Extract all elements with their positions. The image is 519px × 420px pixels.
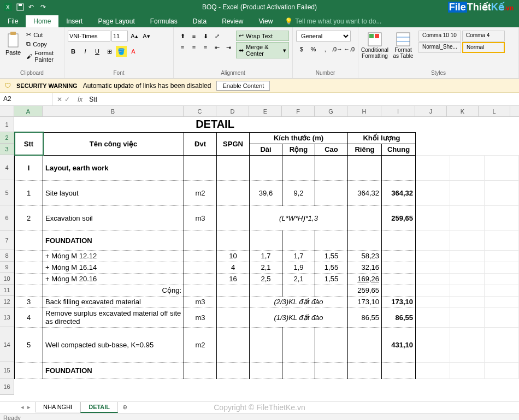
decrease-indent-button[interactable]: ⇤ xyxy=(211,42,222,53)
cell-style-1[interactable]: Comma 10 10 xyxy=(418,31,461,42)
sheet-tab-nha-nghi[interactable]: NHA NGHI xyxy=(35,402,80,412)
column-header-I[interactable]: I xyxy=(381,106,415,116)
font-color-button[interactable]: A xyxy=(128,46,139,57)
align-bottom-button[interactable]: ⬇ xyxy=(200,31,211,42)
increase-font-button[interactable]: A▴ xyxy=(129,31,140,42)
tab-formulas[interactable]: Formulas xyxy=(143,15,185,27)
column-header-H[interactable]: H xyxy=(347,106,381,116)
formula-input[interactable] xyxy=(86,93,519,105)
copy-button[interactable]: ⧉Copy xyxy=(25,40,61,48)
row-header-14[interactable]: 14 xyxy=(0,327,14,362)
tab-insert[interactable]: Insert xyxy=(58,15,90,27)
security-warning-bar: 🛡 SECURITY WARNING Automatic update of l… xyxy=(0,79,519,93)
align-top-button[interactable]: ⬆ xyxy=(177,31,188,42)
spreadsheet-grid[interactable]: ABCDEFGHIJKL 12345678910111213141516 DET… xyxy=(0,106,519,401)
number-format-select[interactable]: General xyxy=(296,31,351,42)
cell-style-2[interactable]: Comma 4 xyxy=(462,31,505,42)
row-header-6[interactable]: 6 xyxy=(0,205,14,230)
brush-icon: 🖌 xyxy=(26,53,32,60)
border-button[interactable]: ⊞ xyxy=(104,46,115,57)
merge-center-button[interactable]: ⬌Merge & Center▾ xyxy=(236,42,289,58)
tab-data[interactable]: Data xyxy=(185,15,214,27)
tab-page-layout[interactable]: Page Layout xyxy=(90,15,142,27)
row-header-10[interactable]: 10 xyxy=(0,273,14,285)
fill-color-button[interactable]: 🪣 xyxy=(116,46,127,57)
cell-style-3[interactable]: Normal_She... xyxy=(418,42,461,53)
column-header-L[interactable]: L xyxy=(479,106,510,116)
tab-view[interactable]: View xyxy=(251,15,281,27)
group-styles: Conditional Formatting Format as Table C… xyxy=(358,27,519,78)
prev-sheet-icon[interactable]: ◂ xyxy=(21,404,24,411)
column-header-D[interactable]: D xyxy=(216,106,249,116)
cancel-icon[interactable]: ✕ xyxy=(57,96,62,103)
column-header-K[interactable]: K xyxy=(447,106,479,116)
font-size-select[interactable] xyxy=(111,31,128,42)
row-header-13[interactable]: 13 xyxy=(0,307,14,327)
decrease-font-button[interactable]: A▾ xyxy=(141,31,152,42)
group-number: General $ % , .0→ ←.0 Number xyxy=(293,27,358,78)
column-header-E[interactable]: E xyxy=(249,106,282,116)
tab-file[interactable]: File xyxy=(0,15,26,27)
copy-icon: ⧉ xyxy=(26,40,31,48)
group-font: A▴ A▾ B I U ⊞ 🪣 A Font xyxy=(64,27,174,78)
decrease-decimal-button[interactable]: ←.0 xyxy=(344,44,355,55)
column-header-G[interactable]: G xyxy=(315,106,347,116)
underline-button[interactable]: U xyxy=(92,46,103,57)
paste-button[interactable]: Paste xyxy=(3,31,23,57)
format-as-table-button[interactable]: Format as Table xyxy=(390,31,416,60)
row-header-1[interactable]: 1 xyxy=(0,117,14,132)
next-sheet-icon[interactable]: ▸ xyxy=(27,404,31,411)
enable-content-button[interactable]: Enable Content xyxy=(216,81,270,91)
select-all-corner[interactable] xyxy=(0,106,14,116)
column-header-A[interactable]: A xyxy=(14,106,43,116)
row-header-15[interactable]: 15 xyxy=(0,362,14,378)
sheet-tab-detail[interactable]: DETAIL xyxy=(80,402,118,413)
tab-home[interactable]: Home xyxy=(26,15,58,27)
format-painter-button[interactable]: 🖌Format Painter xyxy=(25,49,61,63)
tab-review[interactable]: Review xyxy=(214,15,251,27)
percent-format-button[interactable]: % xyxy=(308,44,319,55)
redo-icon[interactable]: ↷ xyxy=(40,3,48,11)
cut-button[interactable]: ✂Cut xyxy=(25,31,61,39)
column-header-J[interactable]: J xyxy=(415,106,447,116)
align-right-button[interactable]: ≡ xyxy=(200,42,211,53)
name-box[interactable] xyxy=(0,93,52,106)
comma-format-button[interactable]: , xyxy=(320,44,331,55)
row-header-8[interactable]: 8 xyxy=(0,250,14,262)
copyright-watermark: Copyright © FileThietKe.vn xyxy=(214,403,305,412)
cell-style-4[interactable]: Normal xyxy=(462,42,505,53)
row-header-9[interactable]: 9 xyxy=(0,262,14,273)
orientation-button[interactable]: ⤢ xyxy=(211,31,222,42)
bold-button[interactable]: B xyxy=(68,46,79,57)
row-header-11[interactable]: 11 xyxy=(0,285,14,296)
align-middle-button[interactable]: ≡ xyxy=(188,31,199,42)
row-header-12[interactable]: 12 xyxy=(0,296,14,307)
increase-indent-button[interactable]: ⇥ xyxy=(223,42,234,53)
column-header-C[interactable]: C xyxy=(184,106,216,116)
align-left-button[interactable]: ≡ xyxy=(177,42,188,53)
group-alignment: ⬆ ≡ ⬇ ⤢ ≡ ≡ ≡ ⇤ ⇥ ↩Wrap Text ⬌Merge & Ce… xyxy=(174,27,293,78)
row-header-16[interactable]: 16 xyxy=(0,378,14,395)
undo-icon[interactable]: ↶ xyxy=(28,3,36,11)
row-header-3[interactable]: 3 xyxy=(0,144,14,155)
add-sheet-button[interactable]: ⊕ xyxy=(118,404,132,411)
enter-icon[interactable]: ✓ xyxy=(64,96,70,103)
row-header-7[interactable]: 7 xyxy=(0,230,14,250)
row-header-4[interactable]: 4 xyxy=(0,155,14,180)
row-header-2[interactable]: 2 xyxy=(0,132,14,144)
align-center-button[interactable]: ≡ xyxy=(188,42,199,53)
row-header-5[interactable]: 5 xyxy=(0,180,14,205)
increase-decimal-button[interactable]: .0→ xyxy=(332,44,343,55)
cells-area[interactable]: DETAIL Stt Tên công việc Đvt SPGN Kích t… xyxy=(14,117,519,401)
font-name-select[interactable] xyxy=(68,31,110,42)
save-icon[interactable] xyxy=(16,3,24,11)
wrap-text-button[interactable]: ↩Wrap Text xyxy=(236,31,289,41)
column-header-B[interactable]: B xyxy=(43,106,184,116)
accounting-format-button[interactable]: $ xyxy=(296,44,307,55)
fx-icon[interactable]: fx xyxy=(74,96,86,103)
security-warning-message: Automatic update of links has been disab… xyxy=(83,82,211,90)
tell-me-search[interactable]: 💡 Tell me what you want to do... xyxy=(280,15,386,27)
column-header-F[interactable]: F xyxy=(282,106,315,116)
conditional-formatting-button[interactable]: Conditional Formatting xyxy=(362,31,388,60)
italic-button[interactable]: I xyxy=(80,46,91,57)
